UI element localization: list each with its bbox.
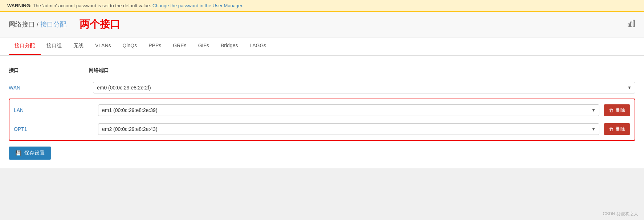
opt1-delete-label: 删除 <box>616 126 625 132</box>
tab-interface-assign[interactable]: 接口分配 <box>9 37 41 55</box>
breadcrumb-separator: / <box>37 21 40 28</box>
table-header: 接口 网络端口 <box>9 64 635 78</box>
col-header-interface: 接口 <box>9 67 89 74</box>
svg-rect-2 <box>633 20 635 27</box>
save-button[interactable]: 💾 保存设置 <box>9 147 51 160</box>
chart-icon <box>627 20 635 29</box>
tabs-container: 接口分配 接口组 无线 VLANs QinQs PPPs GREs GIFs B… <box>0 37 644 56</box>
tab-ppps[interactable]: PPPs <box>143 37 167 55</box>
tab-interface-group[interactable]: 接口组 <box>41 37 68 55</box>
lan-link[interactable]: LAN <box>14 107 94 113</box>
opt1-row: OPT1 em0 (00:0c:29:e8:2e:2f) em1 (00:0c:… <box>14 120 630 139</box>
wan-select[interactable]: em0 (00:0c:29:e8:2e:2f) em1 (00:0c:29:e8… <box>93 82 635 93</box>
tab-vlans[interactable]: VLANs <box>89 37 117 55</box>
opt1-select[interactable]: em0 (00:0c:29:e8:2e:2f) em1 (00:0c:29:e8… <box>98 123 599 135</box>
wan-select-wrapper: em0 (00:0c:29:e8:2e:2f) em1 (00:0c:29:e8… <box>93 82 635 93</box>
content-area: 接口 网络端口 WAN em0 (00:0c:29:e8:2e:2f) em1 … <box>0 56 644 168</box>
wan-row: WAN em0 (00:0c:29:e8:2e:2f) em1 (00:0c:2… <box>9 78 635 97</box>
lan-select-wrapper: em0 (00:0c:29:e8:2e:2f) em1 (00:0c:29:e8… <box>98 104 599 116</box>
breadcrumb-link[interactable]: 接口分配 <box>40 21 66 28</box>
warning-bar: WARNING: The 'admin' account password is… <box>0 0 644 12</box>
trash-icon-lan: 🗑 <box>609 108 614 113</box>
lan-select[interactable]: em0 (00:0c:29:e8:2e:2f) em1 (00:0c:29:e8… <box>98 104 599 116</box>
lan-delete-label: 删除 <box>616 107 625 113</box>
highlighted-section: LAN em0 (00:0c:29:e8:2e:2f) em1 (00:0c:2… <box>9 99 635 141</box>
tab-qinqs[interactable]: QinQs <box>117 37 143 55</box>
breadcrumb-part1: 网络接口 <box>9 21 35 28</box>
opt1-delete-button[interactable]: 🗑 删除 <box>604 123 630 135</box>
tab-wireless[interactable]: 无线 <box>68 37 89 55</box>
warning-link[interactable]: Change the password in the User Manager. <box>152 3 244 8</box>
opt1-link[interactable]: OPT1 <box>14 126 94 132</box>
svg-rect-1 <box>631 22 632 27</box>
tab-gifs[interactable]: GIFs <box>192 37 215 55</box>
tab-gres[interactable]: GREs <box>167 37 192 55</box>
trash-icon-opt1: 🗑 <box>609 127 614 132</box>
warning-label: WARNING: <box>7 3 32 8</box>
tab-bridges[interactable]: Bridges <box>215 37 244 55</box>
page-title: 两个接口 <box>80 17 120 31</box>
lan-delete-button[interactable]: 🗑 删除 <box>604 104 630 116</box>
page-header: 网络接口 / 接口分配 两个接口 <box>0 12 644 37</box>
wan-link[interactable]: WAN <box>9 85 89 91</box>
breadcrumb: 网络接口 / 接口分配 <box>9 20 66 29</box>
save-icon: 💾 <box>15 150 21 156</box>
tab-laggs[interactable]: LAGGs <box>244 37 272 55</box>
col-header-network: 网络端口 <box>89 67 635 74</box>
opt1-select-wrapper: em0 (00:0c:29:e8:2e:2f) em1 (00:0c:29:e8… <box>98 123 599 135</box>
warning-text: The 'admin' account password is set to t… <box>33 3 151 8</box>
save-label: 保存设置 <box>24 150 45 156</box>
lan-row: LAN em0 (00:0c:29:e8:2e:2f) em1 (00:0c:2… <box>14 101 630 120</box>
svg-rect-0 <box>628 24 629 27</box>
